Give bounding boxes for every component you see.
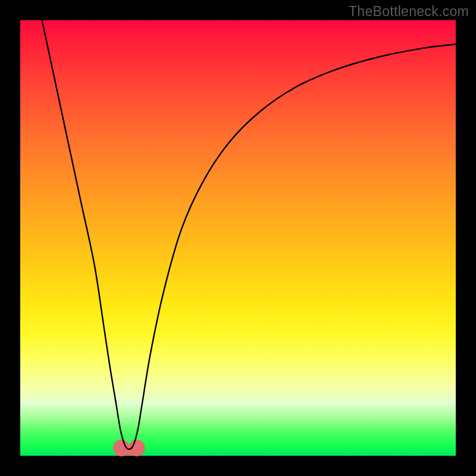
plot-area	[20, 20, 456, 456]
watermark-text: TheBottleneck.com	[349, 4, 469, 20]
bottleneck-curve	[42, 20, 456, 449]
curve-svg	[20, 20, 456, 456]
chart-frame: TheBottleneck.com	[0, 0, 476, 476]
marker-blob	[114, 440, 145, 456]
